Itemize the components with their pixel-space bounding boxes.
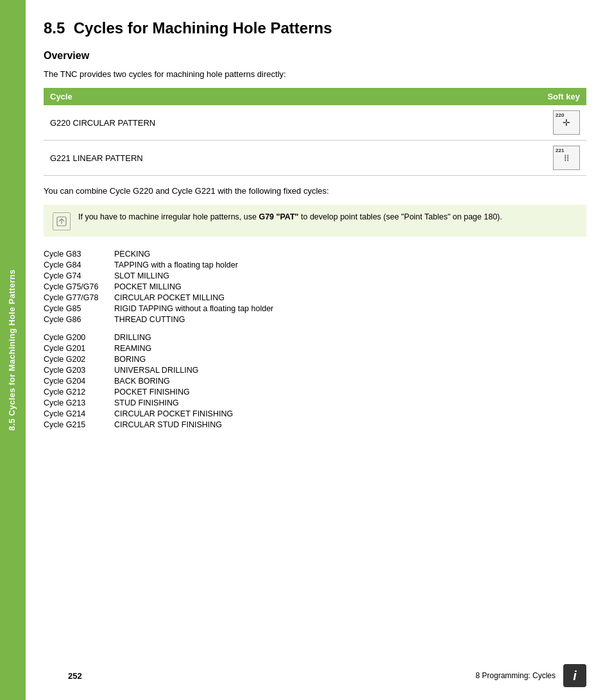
list-item: Cycle G213 STUD FINISHING	[44, 398, 586, 407]
cycle-table: Cycle Soft key G220 CIRCULAR PATTERN 220…	[44, 88, 586, 176]
footer-page-number: 252	[68, 671, 82, 681]
cycle-label: Cycle G200	[44, 333, 114, 342]
intro-text: The TNC provides two cycles for machinin…	[44, 69, 586, 79]
combine-text: You can combine Cycle G220 and Cycle G22…	[44, 186, 586, 196]
cycle-label: Cycle G83	[44, 250, 114, 259]
cycle-label: Cycle G74	[44, 271, 114, 280]
cycle-label: Cycle G203	[44, 366, 114, 375]
table-row: G220 CIRCULAR PATTERN 220 ✛	[44, 105, 586, 141]
sidebar-tab: 8.5 Cycles for Machining Hole Patterns	[0, 0, 24, 700]
main-content: 8.5 Cycles for Machining Hole Patterns O…	[24, 0, 612, 700]
cycle-description: REAMING	[114, 344, 586, 353]
list-item: Cycle G203 UNIVERSAL DRILLING	[44, 366, 586, 375]
list-item: Cycle G75/G76 POCKET MILLING	[44, 282, 586, 291]
note-icon	[53, 212, 71, 230]
cycle-label: Cycle G86	[44, 315, 114, 324]
cycle-description: POCKET MILLING	[114, 282, 586, 291]
cycle-g221-label: G221 LINEAR PATTERN	[44, 141, 436, 176]
list-item: Cycle G85 RIGID TAPPING without a floati…	[44, 304, 586, 313]
info-badge-label: i	[573, 669, 577, 683]
cycle-label: Cycle G213	[44, 398, 114, 407]
cycle-description: BORING	[114, 355, 586, 364]
list-item: Cycle G83 PECKING	[44, 250, 586, 259]
softkey-g220-icon: 220 ✛	[553, 110, 580, 135]
cycle-label: Cycle G84	[44, 260, 114, 269]
key-symbol-221: ⁞⁞	[554, 153, 579, 163]
note-box: If you have to machine irregular hole pa…	[44, 205, 586, 237]
info-badge: i	[563, 664, 586, 687]
list-item: Cycle G202 BORING	[44, 355, 586, 364]
key-symbol-220: ✛	[554, 117, 579, 128]
cycle-description: CIRCULAR POCKET FINISHING	[114, 409, 586, 418]
softkey-g220: 220 ✛	[436, 105, 586, 141]
cycle-description: STUD FINISHING	[114, 398, 586, 407]
footer: 252 8 Programming: Cycles i	[24, 664, 612, 687]
section-heading: 8.5 Cycles for Machining Hole Patterns	[44, 19, 586, 37]
cycle-description: CIRCULAR STUD FINISHING	[114, 420, 586, 429]
softkey-g221: 221 ⁞⁞	[436, 141, 586, 176]
list-item: Cycle G215 CIRCULAR STUD FINISHING	[44, 420, 586, 429]
list-item: Cycle G86 THREAD CUTTING	[44, 315, 586, 324]
cycle-description: BACK BORING	[114, 377, 586, 386]
table-header-row: Cycle Soft key	[44, 88, 586, 105]
list-item: Cycle G212 POCKET FINISHING	[44, 388, 586, 397]
sidebar-tab-text: 8.5 Cycles for Machining Hole Patterns	[8, 269, 17, 431]
cycle-label: Cycle G202	[44, 355, 114, 364]
cycle-description: PECKING	[114, 250, 586, 259]
note-text: If you have to machine irregular hole pa…	[78, 211, 502, 223]
list-item: Cycle G84 TAPPING with a floating tap ho…	[44, 260, 586, 269]
list-item: Cycle G201 REAMING	[44, 344, 586, 353]
cycle-label: Cycle G85	[44, 304, 114, 313]
cycle-description: THREAD CUTTING	[114, 315, 586, 324]
cycle-description: DRILLING	[114, 333, 586, 342]
cycle-list-2: Cycle G200 DRILLING Cycle G201 REAMING C…	[44, 333, 586, 429]
overview-heading: Overview	[44, 50, 586, 62]
cycle-label: Cycle G212	[44, 388, 114, 397]
cycle-label: Cycle G204	[44, 377, 114, 386]
softkey-g221-icon: 221 ⁞⁞	[553, 146, 580, 170]
cycle-description: RIGID TAPPING without a floating tap hol…	[114, 304, 586, 313]
list-item: Cycle G77/G78 CIRCULAR POCKET MILLING	[44, 293, 586, 302]
cycle-g220-label: G220 CIRCULAR PATTERN	[44, 105, 436, 141]
cycle-label: Cycle G75/G76	[44, 282, 114, 291]
col-softkey-header: Soft key	[436, 88, 586, 105]
cycle-description: CIRCULAR POCKET MILLING	[114, 293, 586, 302]
page-wrapper: 8.5 Cycles for Machining Hole Patterns 8…	[0, 0, 612, 700]
hand-icon	[56, 216, 67, 227]
cycle-description: TAPPING with a floating tap holder	[114, 260, 586, 269]
cycle-description: POCKET FINISHING	[114, 388, 586, 397]
cycle-label: Cycle G201	[44, 344, 114, 353]
list-item: Cycle G74 SLOT MILLING	[44, 271, 586, 280]
list-item: Cycle G200 DRILLING	[44, 333, 586, 342]
footer-right-text: 8 Programming: Cycles	[475, 671, 556, 680]
cycle-label: Cycle G215	[44, 420, 114, 429]
footer-right: 8 Programming: Cycles i	[475, 664, 586, 687]
cycle-description: UNIVERSAL DRILLING	[114, 366, 586, 375]
list-item: Cycle G214 CIRCULAR POCKET FINISHING	[44, 409, 586, 418]
cycle-label: Cycle G214	[44, 409, 114, 418]
col-cycle-header: Cycle	[44, 88, 436, 105]
list-item: Cycle G204 BACK BORING	[44, 377, 586, 386]
table-row: G221 LINEAR PATTERN 221 ⁞⁞	[44, 141, 586, 176]
cycle-description: SLOT MILLING	[114, 271, 586, 280]
cycle-label: Cycle G77/G78	[44, 293, 114, 302]
cycle-list-1: Cycle G83 PECKING Cycle G84 TAPPING with…	[44, 250, 586, 324]
